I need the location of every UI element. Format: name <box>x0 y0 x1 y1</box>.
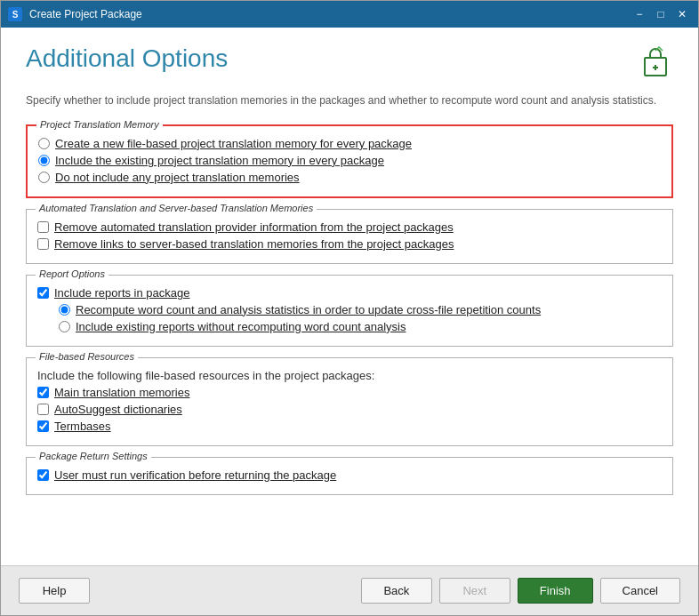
chk-autosuggest-checkbox[interactable] <box>37 404 49 415</box>
chk-termbases-label: Termbases <box>54 420 111 433</box>
chk-remove-at-item[interactable]: Remove automated translation provider in… <box>37 220 662 234</box>
opt-recompute-label: Recompute word count and analysis statis… <box>76 303 541 316</box>
file-resources-title: File-based Resources <box>36 351 138 362</box>
chk-main-tm-checkbox[interactable] <box>37 387 49 398</box>
opt-new-tm-radio[interactable] <box>38 138 50 149</box>
minimize-button[interactable]: − <box>631 5 648 23</box>
close-button[interactable]: ✕ <box>673 5 691 23</box>
app-icon: S <box>8 7 22 21</box>
report-sub-options: Recompute word count and analysis statis… <box>59 303 662 333</box>
window-title: Create Project Package <box>29 8 631 20</box>
chk-remove-server-label: Remove links to server-based translation… <box>54 237 454 251</box>
cancel-button[interactable]: Cancel <box>600 578 680 604</box>
chk-remove-at-label: Remove automated translation provider in… <box>54 220 454 234</box>
page-title: Additional Options <box>26 45 228 73</box>
help-button[interactable]: Help <box>19 578 90 604</box>
chk-include-reports-label: Include reports in package <box>54 286 189 300</box>
auto-tm-section: Automated Translation and Server-based T… <box>26 209 673 264</box>
auto-tm-options: Remove automated translation provider in… <box>37 220 662 251</box>
opt-new-tm-item[interactable]: Create a new file-based project translat… <box>38 137 661 150</box>
opt-existing-reports-label: Include existing reports without recompu… <box>76 320 406 333</box>
file-resources-section: File-based Resources Include the followi… <box>26 357 673 446</box>
content-area: Additional Options Specify whether to in… <box>1 28 698 565</box>
chk-include-reports-checkbox[interactable] <box>37 287 49 299</box>
chk-remove-server-checkbox[interactable] <box>37 238 49 250</box>
chk-main-tm-label: Main translation memories <box>54 386 189 399</box>
page-header: Additional Options <box>26 45 673 88</box>
footer-left: Help <box>19 578 90 604</box>
file-resources-description: Include the following file-based resourc… <box>37 369 662 382</box>
footer-right: Back Next Finish Cancel <box>361 578 680 604</box>
opt-recompute-item[interactable]: Recompute word count and analysis statis… <box>59 303 662 316</box>
project-tm-section: Project Translation Memory Create a new … <box>26 124 673 198</box>
report-options-section: Report Options Include reports in packag… <box>26 275 673 347</box>
opt-new-tm-label: Create a new file-based project translat… <box>55 137 412 150</box>
opt-existing-reports-radio[interactable] <box>59 321 70 332</box>
page-description: Specify whether to include project trans… <box>26 93 673 108</box>
chk-termbases-item[interactable]: Termbases <box>37 420 662 433</box>
package-return-title: Package Return Settings <box>36 451 151 461</box>
maximize-button[interactable]: □ <box>652 5 670 23</box>
footer: Help Back Next Finish Cancel <box>1 565 698 615</box>
main-window: S Create Project Package − □ ✕ Additiona… <box>0 0 699 616</box>
chk-remove-server-item[interactable]: Remove links to server-based translation… <box>37 237 662 251</box>
opt-recompute-radio[interactable] <box>59 304 70 316</box>
chk-termbases-checkbox[interactable] <box>37 420 49 432</box>
chk-autosuggest-item[interactable]: AutoSuggest dictionaries <box>37 403 662 416</box>
report-options-title: Report Options <box>36 268 108 279</box>
opt-no-tm-label: Do not include any project translation m… <box>55 171 300 184</box>
opt-no-tm-item[interactable]: Do not include any project translation m… <box>38 171 661 184</box>
opt-existing-reports-item[interactable]: Include existing reports without recompu… <box>59 320 662 333</box>
titlebar: S Create Project Package − □ ✕ <box>1 1 698 28</box>
auto-tm-title: Automated Translation and Server-based T… <box>36 203 317 213</box>
opt-include-tm-radio[interactable] <box>38 155 50 166</box>
chk-autosuggest-label: AutoSuggest dictionaries <box>54 403 182 416</box>
project-tm-title: Project Translation Memory <box>36 119 163 130</box>
opt-include-tm-item[interactable]: Include the existing project translation… <box>38 154 661 167</box>
chk-main-tm-item[interactable]: Main translation memories <box>37 386 662 399</box>
file-resources-body: Include the following file-based resourc… <box>37 369 662 433</box>
chk-verification-checkbox[interactable] <box>37 469 49 481</box>
report-options-body: Include reports in package Recompute wor… <box>37 286 662 333</box>
package-return-body: User must run verification before return… <box>37 468 662 482</box>
chk-include-reports-item[interactable]: Include reports in package <box>37 286 662 300</box>
back-button[interactable]: Back <box>361 578 432 604</box>
package-return-section: Package Return Settings User must run ve… <box>26 457 673 495</box>
opt-no-tm-radio[interactable] <box>38 172 50 183</box>
page-icon <box>638 45 673 88</box>
chk-verification-item[interactable]: User must run verification before return… <box>37 468 662 482</box>
chk-verification-label: User must run verification before return… <box>54 468 336 482</box>
project-tm-options: Create a new file-based project translat… <box>38 137 661 167</box>
opt-include-tm-label: Include the existing project translation… <box>55 154 384 167</box>
next-button[interactable]: Next <box>439 578 510 604</box>
window-controls: − □ ✕ <box>631 5 691 23</box>
chk-remove-at-checkbox[interactable] <box>37 221 49 233</box>
finish-button[interactable]: Finish <box>518 578 593 604</box>
